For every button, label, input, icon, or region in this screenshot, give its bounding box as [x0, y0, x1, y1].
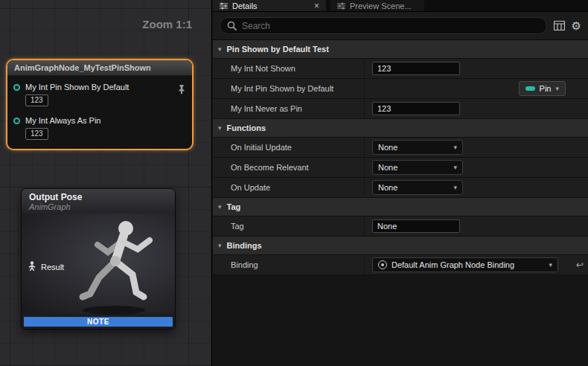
- dropdown-value: None: [378, 183, 397, 192]
- section-title: Pin Shown by Default Test: [227, 45, 329, 54]
- section-functions[interactable]: ▾ Functions: [213, 119, 588, 138]
- pin-button-label: Pin: [540, 84, 552, 93]
- pin-label: My Int Always As Pin: [25, 116, 100, 125]
- dropdown-value: None: [378, 143, 397, 152]
- row-on-initial-update: On Initial Update None ▾: [213, 138, 588, 158]
- node-preview: Result: [22, 214, 175, 314]
- chevron-down-icon: ▾: [549, 261, 552, 269]
- pin-icon: [525, 86, 535, 91]
- on-initial-update-dropdown[interactable]: None ▾: [372, 140, 463, 155]
- anim-graph-canvas[interactable]: Zoom 1:1 AnimGraphNode_MyTestPinShown My…: [0, 0, 212, 366]
- node-subtitle: AnimGraph: [29, 202, 167, 211]
- node-body: My Int Pin Shown By Default 123 My Int A…: [7, 76, 192, 149]
- note-badge[interactable]: NOTE: [24, 317, 173, 327]
- pin-mode-dropdown-button[interactable]: Pin ▾: [519, 81, 566, 96]
- search-input[interactable]: [242, 21, 540, 31]
- int-pin-icon[interactable]: [13, 118, 20, 124]
- my-int-not-shown-input[interactable]: [372, 62, 460, 75]
- chevron-down-icon: ▾: [218, 204, 222, 211]
- row-on-become-relevant: On Become Relevant None ▾: [213, 158, 588, 178]
- search-box[interactable]: [220, 17, 547, 34]
- property-label: My Int Pin Shown by Default: [213, 79, 365, 98]
- search-icon: [227, 21, 237, 30]
- chevron-down-icon: ▾: [218, 125, 222, 132]
- row-my-int-pin-shown-by-default: My Int Pin Shown by Default Pin ▾: [213, 79, 588, 99]
- chevron-down-icon: ▾: [218, 46, 222, 53]
- pose-pin-icon: [28, 261, 36, 272]
- property-label: My Int Never as Pin: [213, 99, 365, 118]
- row-binding: Binding Default Anim Graph Node Binding …: [213, 255, 588, 275]
- section-tag[interactable]: ▾ Tag: [213, 198, 588, 216]
- section-title: Bindings: [227, 241, 262, 250]
- output-pose-node[interactable]: Output Pose AnimGraph: [21, 188, 176, 330]
- zoom-level-label: Zoom 1:1: [142, 18, 192, 30]
- row-my-int-never-as-pin: My Int Never as Pin: [213, 99, 588, 119]
- binding-dropdown[interactable]: Default Anim Graph Node Binding ▾: [372, 257, 558, 272]
- tab-preview-scene[interactable]: Preview Scene...: [330, 0, 424, 11]
- unreal-editor-window: Zoom 1:1 AnimGraphNode_MyTestPinShown My…: [0, 0, 588, 366]
- section-title: Functions: [227, 123, 266, 132]
- result-pin-label: Result: [41, 263, 64, 272]
- property-list: ▾ Pin Shown by Default Test My Int Not S…: [213, 40, 588, 366]
- row-tag: Tag: [213, 216, 588, 237]
- close-icon[interactable]: ×: [314, 1, 319, 10]
- tab-bar: Details × Preview Scene...: [213, 0, 588, 12]
- mannequin-figure: [60, 215, 172, 315]
- chevron-down-icon: ▾: [453, 184, 457, 191]
- node-header[interactable]: Output Pose AnimGraph: [22, 189, 175, 214]
- row-my-int-not-shown: My Int Not Shown: [213, 59, 588, 79]
- pin-row: My Int Pin Shown By Default 123: [13, 83, 186, 106]
- binding-icon: [378, 260, 387, 269]
- my-int-never-as-pin-input[interactable]: [372, 102, 460, 115]
- pin-label: My Int Pin Shown By Default: [25, 83, 129, 92]
- details-tab-icon: [220, 2, 228, 10]
- section-pin-shown-by-default-test[interactable]: ▾ Pin Shown by Default Test: [213, 40, 588, 59]
- property-label: On Update: [213, 178, 365, 197]
- property-label: Binding: [213, 255, 365, 274]
- anim-graph-node[interactable]: AnimGraphNode_MyTestPinShown My Int Pin …: [6, 59, 194, 150]
- section-title: Tag: [227, 202, 241, 211]
- node-title: Output Pose: [29, 192, 167, 202]
- row-on-update: On Update None ▾: [213, 178, 588, 198]
- node-title[interactable]: AnimGraphNode_MyTestPinShown: [7, 60, 192, 76]
- property-label: On Initial Update: [213, 138, 365, 157]
- tab-label: Preview Scene...: [350, 1, 412, 10]
- details-toolbar: ⚙: [213, 12, 588, 40]
- gear-icon[interactable]: ⚙: [572, 20, 581, 31]
- result-pin[interactable]: Result: [28, 261, 64, 272]
- pushpin-icon[interactable]: [177, 84, 186, 97]
- section-bindings[interactable]: ▾ Bindings: [213, 237, 588, 255]
- display-settings-icon[interactable]: [554, 21, 565, 30]
- on-update-dropdown[interactable]: None ▾: [372, 180, 463, 195]
- tab-details[interactable]: Details ×: [213, 0, 326, 11]
- chevron-down-icon: ▾: [218, 243, 222, 249]
- pin-row: My Int Always As Pin 123: [13, 116, 186, 140]
- preview-scene-tab-icon: [337, 2, 345, 10]
- tab-label: Details: [232, 1, 258, 10]
- dropdown-value: Default Anim Graph Node Binding: [392, 260, 514, 269]
- chevron-down-icon: ▾: [453, 164, 457, 171]
- tag-input[interactable]: [372, 219, 460, 233]
- reset-to-default-icon[interactable]: ↩: [576, 260, 584, 270]
- chevron-down-icon: ▾: [555, 85, 559, 92]
- property-label: Tag: [213, 216, 365, 236]
- int-pin-icon[interactable]: [13, 84, 20, 91]
- chevron-down-icon: ▾: [453, 144, 457, 151]
- property-label: On Become Relevant: [213, 158, 365, 177]
- dropdown-value: None: [378, 163, 397, 172]
- property-label: My Int Not Shown: [213, 59, 365, 78]
- pin-value-field[interactable]: 123: [25, 128, 48, 140]
- details-panel: Details × Preview Scene... ⚙: [213, 0, 588, 366]
- on-become-relevant-dropdown[interactable]: None ▾: [372, 160, 463, 175]
- pin-value-field[interactable]: 123: [25, 94, 48, 106]
